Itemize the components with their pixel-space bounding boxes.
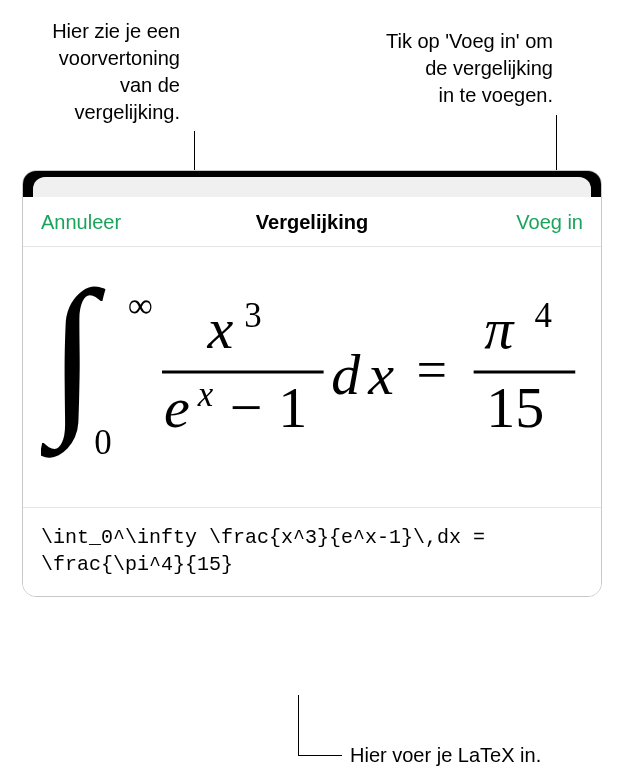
cancel-button[interactable]: Annuleer	[41, 211, 131, 234]
svg-text:x: x	[206, 296, 233, 361]
svg-text:d: d	[331, 342, 361, 407]
leader-line-input-v	[298, 695, 299, 755]
dialog-header: Annuleer Vergelijking Voeg in	[23, 197, 601, 247]
svg-text:x: x	[197, 375, 214, 414]
rendered-equation: ∫ ∞ 0 x 3 e x − 1 d x = π 4 15	[41, 277, 583, 467]
dialog-title: Vergelijking	[131, 211, 493, 234]
svg-text:π: π	[484, 296, 515, 361]
callout-preview: Hier zie je een voorvertoning van de ver…	[20, 18, 180, 126]
svg-text:3: 3	[244, 296, 261, 335]
equation-preview: ∫ ∞ 0 x 3 e x − 1 d x = π 4 15	[23, 247, 601, 508]
insert-button[interactable]: Voeg in	[493, 211, 583, 234]
tab-strip	[23, 171, 601, 197]
svg-text:∞: ∞	[128, 286, 153, 325]
svg-text:4: 4	[535, 296, 552, 335]
callout-insert: Tik op 'Voeg in' om de vergelijking in t…	[288, 28, 553, 109]
svg-text:=: =	[417, 340, 448, 400]
svg-text:15: 15	[486, 375, 544, 440]
svg-text:x: x	[367, 342, 394, 407]
svg-text:−: −	[230, 375, 263, 440]
latex-input[interactable]: \int_0^\infty \frac{x^3}{e^x-1}\,dx = \f…	[23, 508, 601, 596]
equation-editor-dialog: Annuleer Vergelijking Voeg in ∫ ∞ 0 x 3 …	[22, 170, 602, 597]
svg-text:e: e	[164, 375, 190, 440]
svg-text:0: 0	[94, 423, 111, 462]
leader-line-input-h	[298, 755, 342, 756]
callout-input: Hier voer je LaTeX in.	[350, 742, 610, 764]
svg-text:1: 1	[278, 375, 307, 440]
